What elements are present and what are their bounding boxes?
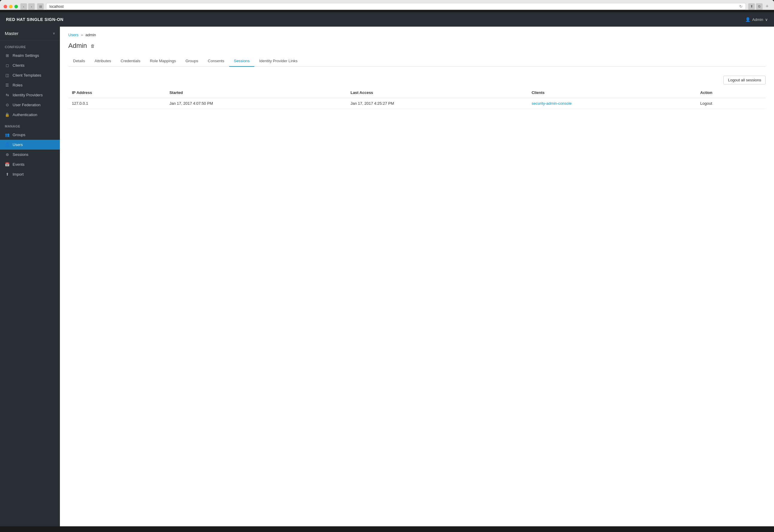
col-started: Started — [166, 87, 347, 98]
sidebar-item-sessions-label: Sessions — [13, 152, 28, 157]
identity-providers-icon: ⇆ — [5, 93, 10, 97]
col-ip-address: IP Address — [68, 87, 166, 98]
tab-identity-provider-links[interactable]: Identity Provider Links — [254, 56, 302, 67]
brand: RED HAT SINGLE SIGN-ON — [6, 17, 63, 22]
minimize-button[interactable] — [9, 5, 13, 8]
table-row: 127.0.0.1 Jan 17, 2017 4:07:50 PM Jan 17… — [68, 98, 766, 109]
sidebar-item-identity-providers-label: Identity Providers — [13, 93, 42, 97]
col-last-access: Last Access — [347, 87, 528, 98]
user-label: Admin — [752, 17, 763, 22]
sidebar-item-identity-providers[interactable]: ⇆ Identity Providers — [0, 90, 60, 100]
sidebar-item-authentication[interactable]: 🔒 Authentication — [0, 110, 60, 120]
sidebar-item-authentication-label: Authentication — [13, 113, 37, 117]
tab-role-mappings[interactable]: Role Mappings — [145, 56, 180, 67]
tab-consents[interactable]: Consents — [203, 56, 229, 67]
authentication-icon: 🔒 — [5, 113, 10, 117]
cell-last-access: Jan 17, 2017 4:25:27 PM — [347, 98, 528, 109]
sidebar-item-user-federation[interactable]: ⊙ User Federation — [0, 100, 60, 110]
user-menu[interactable]: 👤 Admin ∨ — [745, 17, 768, 22]
user-chevron-icon: ∨ — [765, 17, 768, 22]
tab-groups[interactable]: Groups — [180, 56, 203, 67]
content-area: Users » admin Admin 🗑 Details Attributes… — [60, 27, 774, 526]
sidebar-item-roles-label: Roles — [13, 83, 22, 87]
sidebar-item-clients-label: Clients — [13, 63, 25, 68]
page-title: Admin — [68, 42, 87, 50]
clients-icon: ◻ — [5, 63, 10, 68]
browser-toolbar: ‹ › ▤ localhost ↻ ⬆ ⧉ + — [4, 3, 770, 10]
traffic-lights — [4, 5, 18, 8]
sidebar-item-realm-settings[interactable]: ⊞ Realm Settings — [0, 51, 60, 60]
col-action: Action — [697, 87, 766, 98]
user-icon: 👤 — [745, 17, 750, 22]
page-title-row: Admin 🗑 — [68, 42, 766, 50]
sidebar: Master ∨ Configure ⊞ Realm Settings ◻ Cl… — [0, 27, 60, 526]
sessions-table: IP Address Started Last Access Clients A… — [68, 87, 766, 109]
sidebar-item-client-templates[interactable]: ◫ Client Templates — [0, 70, 60, 80]
sidebar-item-events[interactable]: 📅 Events — [0, 159, 60, 169]
forward-button[interactable]: › — [28, 3, 35, 10]
tab-details[interactable]: Details — [68, 56, 90, 67]
sidebar-item-import-label: Import — [13, 172, 24, 177]
breadcrumb-separator: » — [81, 33, 83, 37]
sidebar-item-import[interactable]: ⬆ Import — [0, 169, 60, 179]
top-nav: RED HAT SINGLE SIGN-ON 👤 Admin ∨ — [0, 12, 774, 27]
events-icon: 📅 — [5, 162, 10, 167]
sessions-icon: ⊚ — [5, 152, 10, 157]
maximize-button[interactable] — [14, 5, 18, 8]
sidebar-item-events-label: Events — [13, 162, 25, 167]
address-bar[interactable]: localhost ↻ — [46, 3, 746, 10]
sidebar-item-users[interactable]: 👤 Users — [0, 140, 60, 150]
sidebar-toggle-button[interactable]: ▤ — [37, 3, 44, 10]
breadcrumb-current: admin — [85, 33, 96, 37]
main-layout: Master ∨ Configure ⊞ Realm Settings ◻ Cl… — [0, 27, 774, 526]
cell-action: Logout — [697, 98, 766, 109]
sidebar-item-sessions[interactable]: ⊚ Sessions — [0, 150, 60, 159]
users-icon: 👤 — [5, 142, 10, 147]
logout-all-sessions-button[interactable]: Logout all sessions — [723, 76, 766, 84]
cell-started: Jan 17, 2017 4:07:50 PM — [166, 98, 347, 109]
client-templates-icon: ◫ — [5, 73, 10, 77]
realm-selector[interactable]: Master ∨ — [0, 27, 60, 40]
add-button[interactable]: + — [764, 3, 770, 10]
sidebar-item-realm-settings-label: Realm Settings — [13, 53, 39, 58]
tab-attributes[interactable]: Attributes — [90, 56, 116, 67]
realm-chevron-icon: ∨ — [53, 31, 55, 35]
delete-icon[interactable]: 🗑 — [90, 43, 95, 48]
refresh-icon[interactable]: ↻ — [739, 4, 743, 9]
groups-icon: 👥 — [5, 133, 10, 137]
app-window: RED HAT SINGLE SIGN-ON 👤 Admin ∨ Master … — [0, 12, 774, 526]
browser-actions: ⬆ ⧉ + — [748, 3, 770, 10]
user-federation-icon: ⊙ — [5, 103, 10, 107]
back-button[interactable]: ‹ — [20, 3, 27, 10]
sidebar-item-roles[interactable]: ☰ Roles — [0, 80, 60, 90]
close-button[interactable] — [4, 5, 7, 8]
realm-name: Master — [5, 31, 19, 36]
share-button[interactable]: ⬆ — [748, 3, 755, 10]
new-tab-button[interactable]: ⧉ — [756, 3, 763, 10]
cell-ip: 127.0.0.1 — [68, 98, 166, 109]
sidebar-item-clients[interactable]: ◻ Clients — [0, 60, 60, 70]
sidebar-item-groups[interactable]: 👥 Groups — [0, 130, 60, 140]
breadcrumb-users-link[interactable]: Users — [68, 33, 78, 37]
logout-button[interactable]: Logout — [700, 101, 712, 106]
client-link[interactable]: security-admin-console — [532, 101, 572, 106]
sidebar-item-groups-label: Groups — [13, 133, 25, 137]
col-clients: Clients — [528, 87, 697, 98]
nav-buttons: ‹ › — [20, 3, 35, 10]
sidebar-item-user-federation-label: User Federation — [13, 103, 40, 107]
tabs: Details Attributes Credentials Role Mapp… — [68, 56, 766, 67]
cell-clients: security-admin-console — [528, 98, 697, 109]
configure-section-label: Configure — [0, 40, 60, 51]
browser-chrome: ‹ › ▤ localhost ↻ ⬆ ⧉ + — [0, 0, 774, 10]
tab-credentials[interactable]: Credentials — [116, 56, 145, 67]
sidebar-item-client-templates-label: Client Templates — [13, 73, 41, 77]
tab-sessions[interactable]: Sessions — [229, 56, 255, 67]
realm-settings-icon: ⊞ — [5, 53, 10, 58]
address-text: localhost — [49, 4, 63, 9]
roles-icon: ☰ — [5, 83, 10, 87]
import-icon: ⬆ — [5, 172, 10, 177]
table-toolbar: Logout all sessions — [68, 73, 766, 87]
breadcrumb: Users » admin — [68, 33, 766, 37]
manage-section-label: Manage — [0, 120, 60, 130]
sidebar-item-users-label: Users — [13, 142, 23, 147]
